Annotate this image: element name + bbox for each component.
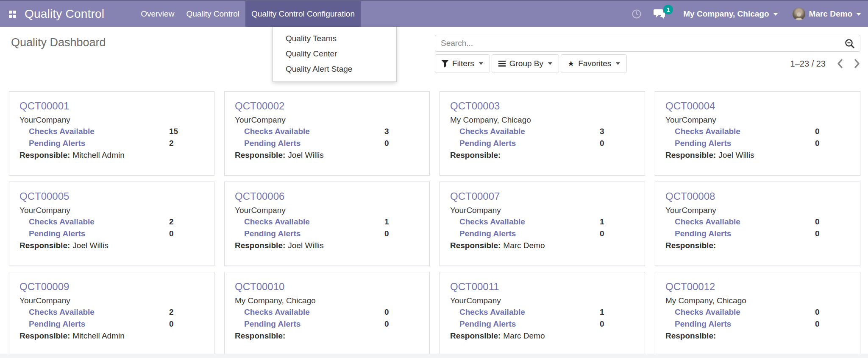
responsible-row: Responsible: — [665, 330, 850, 342]
user-avatar[interactable] — [793, 8, 805, 20]
chevron-down-icon — [548, 62, 552, 65]
checks-available-link[interactable]: Checks Available — [29, 306, 95, 318]
search-magnifier-icon[interactable] — [844, 38, 855, 51]
pending-alerts-link[interactable]: Pending Alerts — [459, 318, 516, 330]
responsible-label: Responsible: — [450, 151, 501, 159]
team-name-link[interactable]: QCT00004 — [665, 100, 850, 112]
main-menu: Overview Quality Control Quality Control… — [135, 1, 361, 27]
team-name-link[interactable]: QCT00009 — [19, 280, 204, 293]
team-name-link[interactable]: QCT00002 — [235, 100, 419, 112]
filters-button[interactable]: Filters — [435, 54, 490, 73]
pending-alerts-link[interactable]: Pending Alerts — [29, 137, 85, 149]
pager-previous-button[interactable] — [837, 59, 843, 69]
quality-team-card[interactable]: QCT00005 YourCompany Checks Available 2 … — [9, 182, 214, 266]
checks-available-link[interactable]: Checks Available — [459, 306, 525, 318]
pending-alerts-value: 0 — [169, 318, 204, 330]
team-name-link[interactable]: QCT00012 — [665, 280, 850, 293]
dropdown-item-quality-alert-stage[interactable]: Quality Alert Stage — [273, 62, 396, 77]
responsible-label: Responsible: — [235, 151, 285, 159]
checks-available-link[interactable]: Checks Available — [244, 216, 310, 228]
responsible-row: Responsible:Mitchell Admin — [19, 149, 204, 161]
quality-team-card[interactable]: QCT00008 YourCompany Checks Available 0 … — [655, 182, 860, 266]
menu-item-quality-control-configuration[interactable]: Quality Control Configuration — [245, 1, 361, 27]
pending-alerts-value: 2 — [169, 137, 204, 149]
checks-available-row: Checks Available 3 — [450, 126, 634, 137]
team-company: My Company, Chicago — [450, 114, 634, 126]
checks-available-row: Checks Available 0 — [665, 216, 850, 228]
group-by-button[interactable]: Group By — [492, 54, 559, 73]
menu-item-overview[interactable]: Overview — [135, 1, 180, 27]
team-name-link[interactable]: QCT00001 — [19, 100, 204, 112]
pending-alerts-link[interactable]: Pending Alerts — [29, 228, 85, 240]
responsible-row: Responsible:Joel Willis — [19, 240, 204, 252]
team-name-link[interactable]: QCT00008 — [665, 190, 850, 203]
team-name-link[interactable]: QCT00003 — [450, 100, 634, 112]
quality-team-card[interactable]: QCT00007 YourCompany Checks Available 1 … — [440, 182, 645, 266]
pending-alerts-link[interactable]: Pending Alerts — [459, 228, 516, 240]
team-name-link[interactable]: QCT00011 — [450, 280, 634, 293]
apps-menu-button[interactable] — [0, 1, 25, 27]
company-name: My Company, Chicago — [683, 9, 769, 19]
quality-team-card[interactable]: QCT00011 YourCompany Checks Available 1 … — [440, 272, 645, 356]
quality-team-card[interactable]: QCT00002 YourCompany Checks Available 3 … — [224, 91, 430, 176]
checks-available-value: 1 — [600, 216, 634, 228]
quality-team-card[interactable]: QCT00003 My Company, Chicago Checks Avai… — [440, 91, 645, 176]
checks-available-link[interactable]: Checks Available — [29, 126, 95, 137]
team-name-link[interactable]: QCT00007 — [450, 190, 634, 203]
quality-team-card[interactable]: QCT00004 YourCompany Checks Available 0 … — [655, 91, 860, 176]
pending-alerts-link[interactable]: Pending Alerts — [29, 318, 85, 330]
pending-alerts-link[interactable]: Pending Alerts — [675, 228, 731, 240]
team-company: YourCompany — [450, 295, 634, 306]
quality-team-card[interactable]: QCT00012 My Company, Chicago Checks Avai… — [655, 272, 860, 356]
checks-available-link[interactable]: Checks Available — [675, 306, 740, 318]
responsible-label: Responsible: — [19, 241, 70, 250]
dropdown-item-quality-teams[interactable]: Quality Teams — [273, 31, 396, 46]
activities-clock-icon[interactable] — [632, 9, 642, 19]
pending-alerts-link[interactable]: Pending Alerts — [459, 137, 516, 149]
team-name-link[interactable]: QCT00006 — [235, 190, 419, 203]
checks-available-link[interactable]: Checks Available — [244, 306, 310, 318]
team-name-link[interactable]: QCT00005 — [19, 190, 204, 203]
dropdown-item-quality-center[interactable]: Quality Center — [273, 46, 396, 62]
checks-available-link[interactable]: Checks Available — [244, 126, 310, 137]
pending-alerts-value: 0 — [815, 137, 850, 149]
favorites-button[interactable]: ★ Favorites — [561, 54, 627, 73]
responsible-row: Responsible:Mitchell Admin — [19, 330, 204, 342]
checks-available-link[interactable]: Checks Available — [675, 216, 740, 228]
pending-alerts-link[interactable]: Pending Alerts — [675, 318, 731, 330]
responsible-row: Responsible:Joel Willis — [235, 240, 419, 252]
user-menu[interactable]: Marc Demo — [809, 9, 861, 19]
filter-funnel-icon — [442, 60, 448, 67]
quality-team-card[interactable]: QCT00010 My Company, Chicago Checks Avai… — [224, 272, 430, 356]
checks-available-link[interactable]: Checks Available — [459, 126, 525, 137]
quality-team-card[interactable]: QCT00001 YourCompany Checks Available 15… — [9, 91, 214, 176]
pending-alerts-value: 0 — [384, 228, 419, 240]
search-input[interactable] — [435, 35, 860, 52]
pending-alerts-row: Pending Alerts 0 — [450, 137, 634, 149]
pager-next-button[interactable] — [854, 59, 860, 69]
checks-available-link[interactable]: Checks Available — [29, 216, 95, 228]
message-count-badge: 1 — [663, 5, 673, 14]
star-icon: ★ — [568, 60, 574, 67]
app-brand-title[interactable]: Quality Control — [25, 1, 104, 27]
configuration-dropdown-menu: Quality Teams Quality Center Quality Ale… — [273, 27, 397, 82]
menu-item-quality-control[interactable]: Quality Control — [180, 1, 245, 27]
team-name-link[interactable]: QCT00010 — [235, 280, 419, 293]
pending-alerts-link[interactable]: Pending Alerts — [244, 137, 300, 149]
checks-available-value: 3 — [600, 126, 634, 137]
pending-alerts-value: 0 — [384, 137, 419, 149]
pending-alerts-link[interactable]: Pending Alerts — [244, 318, 300, 330]
pending-alerts-row: Pending Alerts 2 — [19, 137, 204, 149]
messages-icon[interactable]: 1 — [654, 8, 666, 20]
pending-alerts-link[interactable]: Pending Alerts — [675, 137, 731, 149]
checks-available-link[interactable]: Checks Available — [675, 126, 740, 137]
quality-team-card[interactable]: QCT00006 YourCompany Checks Available 1 … — [224, 182, 430, 266]
quality-team-card[interactable]: QCT00009 YourCompany Checks Available 2 … — [9, 272, 214, 356]
pending-alerts-row: Pending Alerts 0 — [235, 228, 419, 240]
checks-available-link[interactable]: Checks Available — [459, 216, 525, 228]
company-switcher[interactable]: My Company, Chicago — [683, 9, 778, 19]
chevron-down-icon — [479, 62, 483, 65]
responsible-value: Mitchell Admin — [72, 151, 125, 159]
chevron-down-icon — [856, 13, 861, 16]
pending-alerts-link[interactable]: Pending Alerts — [244, 228, 300, 240]
